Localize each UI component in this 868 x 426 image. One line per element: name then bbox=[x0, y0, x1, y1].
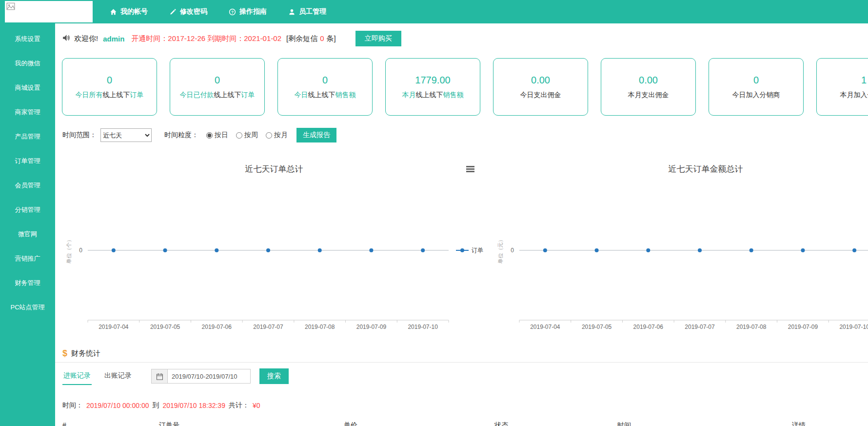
sms-prefix: [剩余短信 bbox=[286, 34, 317, 42]
stat-label-segment: 今日加入分销商 bbox=[732, 91, 780, 99]
summary-segment: ¥0 bbox=[253, 402, 260, 409]
stat-card-4: 0.00今日支出佣金 bbox=[493, 58, 588, 116]
finance-section-title: 财务统计 bbox=[71, 349, 100, 358]
stat-label: 本月支出佣金 bbox=[628, 91, 669, 100]
stat-label-segment: 今日 bbox=[295, 91, 308, 99]
stat-label: 今日加入分销商 bbox=[732, 91, 780, 100]
sidebar-item-9[interactable]: 营销推广 bbox=[0, 246, 55, 271]
stat-card-7: 1本月加入分销商 bbox=[816, 58, 868, 116]
svg-text:2019-07-06: 2019-07-06 bbox=[633, 324, 664, 330]
sidebar-item-4[interactable]: 产品管理 bbox=[0, 124, 55, 149]
stat-cards-row: 0今日所有线上线下订单0今日已付款线上线下订单0今日线上线下销售额1779.00… bbox=[62, 58, 868, 117]
time-range-label: 时间范围： bbox=[62, 131, 97, 140]
finance-summary: 时间：2019/07/10 00:00:00到2019/07/10 18:32:… bbox=[62, 401, 260, 410]
orders-count-chart-canvas: 近七天订单总计单位（个）02019-07-042019-07-052019-07… bbox=[61, 156, 487, 336]
stat-value: 0 bbox=[322, 75, 328, 86]
stat-label-segment: 今日已付款 bbox=[180, 91, 214, 99]
sidebar-item-1[interactable]: 我的微信 bbox=[0, 51, 55, 76]
table-column-header: 订单号 bbox=[159, 418, 179, 426]
svg-text:近七天订单金额总计: 近七天订单金额总计 bbox=[669, 164, 743, 174]
username: admin bbox=[103, 35, 124, 43]
granularity-radio[interactable] bbox=[236, 132, 242, 139]
sms-remaining: [剩余短信0条] bbox=[286, 34, 336, 43]
dollar-icon: $ bbox=[62, 348, 67, 359]
table-column-header: 单价 bbox=[344, 418, 357, 426]
granularity-option-2[interactable]: 按月 bbox=[266, 131, 288, 140]
orders-table-header: #订单号单价状态时间详情 bbox=[55, 418, 868, 426]
sidebar-item-2[interactable]: 商城设置 bbox=[0, 76, 55, 100]
stat-label: 本月线上线下销售额 bbox=[402, 91, 464, 100]
time-range-select[interactable]: 近七天 bbox=[100, 128, 152, 142]
nav-item-my-account[interactable]: 我的帐号 bbox=[110, 7, 148, 16]
stat-card-5: 0.00本月支出佣金 bbox=[601, 58, 696, 116]
stat-value: 0 bbox=[753, 75, 759, 86]
date-range-widget bbox=[151, 369, 251, 384]
svg-text:2019-07-05: 2019-07-05 bbox=[150, 324, 180, 330]
granularity-option-label: 按月 bbox=[274, 131, 288, 140]
stat-label-segment: 线上线下 bbox=[214, 91, 241, 99]
chart-canvas: 近七天订单金额总计单位（元）02019-07-042019-07-052019-… bbox=[493, 156, 868, 334]
table-column-header: 状态 bbox=[494, 418, 508, 426]
nav-item-guide[interactable]: ?操作指南 bbox=[229, 7, 267, 16]
granularity-radio[interactable] bbox=[206, 132, 213, 139]
welcome-bar: 欢迎你! admin 开通时间：2017-12-26 到期时间：2021-01-… bbox=[62, 30, 401, 47]
sidebar-item-7[interactable]: 分销管理 bbox=[0, 198, 55, 222]
summary-segment: 2019/07/10 00:00:00 bbox=[86, 402, 149, 409]
svg-text:2019-07-05: 2019-07-05 bbox=[582, 324, 612, 330]
finance-section-header: $ 财务统计 bbox=[62, 348, 100, 359]
sidebar-item-11[interactable]: PC站点管理 bbox=[0, 295, 55, 320]
nav-item-label: 修改密码 bbox=[180, 7, 207, 16]
granularity-radio[interactable] bbox=[266, 132, 272, 139]
stat-label-segment: 今日支出佣金 bbox=[520, 91, 561, 99]
granularity-option-0[interactable]: 按日 bbox=[206, 131, 228, 140]
stat-label: 今日支出佣金 bbox=[520, 91, 561, 100]
granularity-option-1[interactable]: 按周 bbox=[236, 131, 258, 140]
date-range-input[interactable] bbox=[168, 369, 251, 384]
tab-expense-records[interactable]: 出账记录 bbox=[103, 367, 133, 385]
table-column-header: 时间 bbox=[617, 418, 631, 426]
sidebar-item-10[interactable]: 财务管理 bbox=[0, 271, 55, 295]
sidebar-item-3[interactable]: 商家管理 bbox=[0, 100, 55, 124]
stat-label-segment: 线上线下 bbox=[308, 91, 335, 99]
calendar-icon[interactable] bbox=[151, 369, 168, 384]
stat-card-0: 0今日所有线上线下订单 bbox=[62, 58, 157, 116]
generate-report-button[interactable]: 生成报告 bbox=[296, 128, 336, 142]
nav-item-label: 操作指南 bbox=[239, 7, 267, 16]
table-column-header: # bbox=[62, 418, 66, 426]
svg-text:2019-07-04: 2019-07-04 bbox=[99, 324, 129, 330]
nav-item-staff[interactable]: 员工管理 bbox=[288, 7, 326, 16]
svg-text:2019-07-09: 2019-07-09 bbox=[356, 324, 387, 330]
orders-count-chart: 近七天订单总计单位（个）02019-07-042019-07-052019-07… bbox=[61, 156, 487, 334]
granularity-label: 时间粒度： bbox=[164, 131, 198, 140]
summary-segment: 2019/07/10 18:32:39 bbox=[162, 402, 225, 409]
sidebar-item-6[interactable]: 会员管理 bbox=[0, 173, 55, 198]
svg-text:2019-07-06: 2019-07-06 bbox=[202, 324, 232, 330]
summary-segment: 到 bbox=[152, 401, 159, 410]
sidebar-item-5[interactable]: 订单管理 bbox=[0, 149, 55, 173]
logo[interactable] bbox=[5, 1, 93, 22]
stat-card-3: 1779.00本月线上线下销售额 bbox=[385, 58, 480, 116]
buy-now-button[interactable]: 立即购买 bbox=[355, 31, 401, 46]
nav-item-change-password[interactable]: 修改密码 bbox=[169, 7, 207, 16]
top-header: 我的帐号修改密码?操作指南员工管理 bbox=[0, 0, 868, 23]
nav-item-label: 员工管理 bbox=[299, 7, 326, 16]
charts-row: 近七天订单总计单位（个）02019-07-042019-07-052019-07… bbox=[55, 156, 868, 334]
stat-label: 今日所有线上线下订单 bbox=[76, 91, 144, 100]
granularity-options: 按日按周按月 bbox=[206, 131, 288, 140]
sidebar-item-0[interactable]: 系统设置 bbox=[0, 27, 55, 51]
finance-tabs-row: 进账记录出账记录 搜索 bbox=[62, 367, 289, 385]
stat-value: 1 bbox=[861, 75, 867, 86]
tab-income-records[interactable]: 进账记录 bbox=[62, 367, 92, 385]
sidebar-item-8[interactable]: 微官网 bbox=[0, 222, 55, 246]
svg-text:2019-07-10: 2019-07-10 bbox=[839, 324, 868, 330]
svg-text:?: ? bbox=[231, 9, 234, 14]
svg-text:单位（元）: 单位（元） bbox=[497, 237, 503, 264]
welcome-greeting: 欢迎你! bbox=[74, 34, 98, 43]
chart-menu-icon[interactable] bbox=[466, 166, 474, 173]
svg-text:2019-07-10: 2019-07-10 bbox=[408, 324, 438, 330]
search-button[interactable]: 搜索 bbox=[259, 368, 289, 384]
stat-value: 0 bbox=[215, 75, 220, 86]
svg-text:0: 0 bbox=[511, 247, 514, 254]
help-icon: ? bbox=[229, 8, 236, 16]
svg-text:0: 0 bbox=[79, 247, 82, 254]
